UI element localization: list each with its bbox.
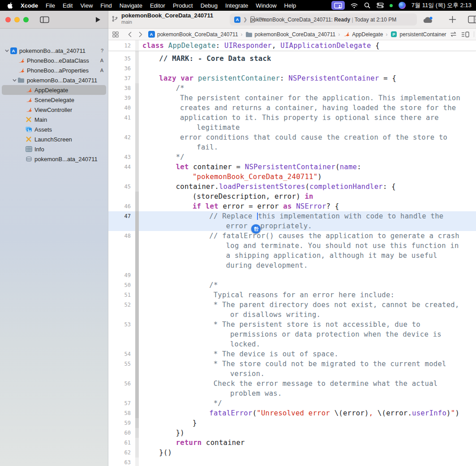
sidebar-item-phoneboo-edataclass[interactable]: PhoneBoo...eDataClassA [0,56,108,65]
code-line-50[interactable]: 50/* [108,280,476,290]
code-line-wrap[interactable]: fail. [108,142,476,152]
line-number[interactable] [108,339,134,349]
line-number[interactable]: 39 [108,93,134,103]
line-number[interactable] [108,192,134,201]
code-line-12[interactable]: class AppDelegate: UIResponder, UIApplic… [139,42,380,50]
menu-help[interactable]: Help [284,2,296,9]
app-scheme-icon[interactable]: A [234,17,240,23]
code-line-62[interactable]: 62}() [108,448,476,457]
line-number[interactable]: 54 [108,349,134,359]
menu-window[interactable]: Window [256,2,276,9]
line-number[interactable]: 42 [108,133,134,142]
sidebar-item-info[interactable]: Info [0,144,108,154]
disclosure-triangle-icon[interactable] [4,49,10,53]
code-line-42[interactable]: 42error conditions that could cause the … [108,133,476,142]
cloud-icon[interactable] [423,16,433,26]
menu-xcode[interactable]: Xcode [21,2,38,9]
line-number[interactable] [108,310,134,320]
menu-editor[interactable]: Editor [150,2,165,9]
code-line-wrap[interactable]: legitimate [108,123,476,133]
run-button[interactable] [94,16,102,23]
scheme-status-pill[interactable]: A ❯ iPho pokemonBook_CoreData_240711: Re… [230,13,417,26]
code-line-40[interactable]: 40creates and returns a container, havin… [108,103,476,113]
sidebar-item-scenedelegate[interactable]: SceneDelegate [0,95,108,105]
line-number[interactable] [108,251,134,261]
line-number[interactable] [108,241,134,251]
breadcrumb-item-pokemonbook-coredata-240711[interactable]: pokemonBook_CoreData_240711 [245,31,336,38]
breadcrumb-item-pokemonbook-coredata-240711[interactable]: ApokemonBook_CoreData_240711 [148,31,238,38]
sidebar-toggle-icon[interactable] [39,16,49,23]
sidebar-item-viewcontroller[interactable]: ViewController [0,105,108,115]
menu-integrate[interactable]: Integrate [225,2,248,9]
line-number[interactable]: 36 [108,64,134,73]
line-number[interactable] [108,123,134,133]
code-line-wrap[interactable]: "pokemonBook_CoreData_240711") [108,172,476,182]
line-number[interactable]: 38 [108,83,134,93]
line-number[interactable]: 55 [108,359,134,369]
code-line-45[interactable]: 45container.loadPersistentStores(complet… [108,182,476,192]
menu-edit[interactable]: Edit [63,2,73,9]
line-number[interactable]: 46 [108,201,134,211]
line-number[interactable]: 37 [108,73,134,83]
screen-mirroring-icon[interactable] [331,1,345,10]
code-line-58[interactable]: 58fatalError("Unresolved error \(error),… [108,408,476,418]
code-line-59[interactable]: 59} [108,418,476,428]
related-items-icon[interactable] [112,31,119,38]
sidebar-item-launchscreen[interactable]: LaunchScreen [0,134,108,144]
code-line-37[interactable]: 37lazy var persistentContainer: NSPersis… [108,73,476,83]
line-number[interactable] [108,369,134,379]
sticky-declaration-line[interactable]: 12 class AppDelegate: UIResponder, UIApp… [108,40,476,51]
line-number[interactable]: 61 [108,438,134,448]
sidebar-item-phoneboo-aproperties[interactable]: PhoneBoo...aPropertiesA [0,65,108,75]
menu-debug[interactable]: Debug [201,2,218,9]
line-number[interactable]: 44 [108,162,134,172]
code-line-46[interactable]: 46if let error = error as NSError? { [108,201,476,211]
code-line-52[interactable]: 52* The parent directory does not exist,… [108,300,476,310]
line-number[interactable]: 12 [108,43,134,49]
back-icon[interactable] [126,31,133,38]
line-number[interactable] [108,221,134,231]
line-number[interactable]: 47 [108,211,134,221]
line-number[interactable]: 35 [108,54,134,64]
code-line-41[interactable]: 41application to it. This property is op… [108,113,476,123]
line-number[interactable]: 43 [108,152,134,162]
code-line-57[interactable]: 57*/ [108,398,476,408]
line-number[interactable]: 48 [108,231,134,241]
zoom-window-button[interactable] [23,17,29,22]
line-number[interactable]: 41 [108,113,134,123]
code-line-56[interactable]: 56Check the error message to determine w… [108,379,476,389]
code-line-wrap[interactable]: version. [108,369,476,379]
swap-arrows-icon[interactable] [450,31,457,38]
line-number[interactable]: 51 [108,290,134,300]
code-line-39[interactable]: 39The persistent container for the appli… [108,93,476,103]
code-line-48[interactable]: 48// fatalError() causes the application… [108,231,476,241]
line-number[interactable]: 56 [108,379,134,389]
code-line-63[interactable]: 63 [108,457,476,466]
code-line-wrap[interactable]: problem was. [108,389,476,398]
menu-find[interactable]: Find [100,2,111,9]
line-number[interactable]: 50 [108,280,134,290]
code-line-44[interactable]: 44let container = NSPersistentContainer(… [108,162,476,172]
code-line-wrap[interactable]: a shipping application, although it may … [108,251,476,261]
line-number[interactable]: 62 [108,448,134,457]
editor-layout-icon[interactable] [468,16,476,25]
sidebar-item-appdelegate[interactable]: AppDelegate [0,85,108,95]
code-line-wrap[interactable]: during development. [108,261,476,270]
forward-icon[interactable] [137,31,144,38]
code-line-54[interactable]: 54* The device is out of space. [108,349,476,359]
line-number[interactable]: 63 [108,457,134,466]
run-destination[interactable]: iPho [257,17,271,23]
apple-icon[interactable] [6,2,13,9]
code-line-47[interactable]: 47// Replace this implementation with co… [108,211,476,221]
line-number[interactable]: 60 [108,428,134,438]
menu-view[interactable]: View [80,2,93,9]
code-line-36[interactable]: 36 [108,64,476,73]
breadcrumb-item-appdelegate[interactable]: AppDelegate [343,31,383,38]
code-line-49[interactable]: 49 [108,270,476,280]
code-line-wrap[interactable]: error 한propriately. [108,221,476,231]
breadcrumb-item-persistentcontainer[interactable]: PpersistentContainer [390,31,446,38]
line-number[interactable]: 57 [108,398,134,408]
sidebar-item-pokemonbo-data-240711[interactable]: pokemonBo...Data_240711 [0,75,108,85]
menu-navigate[interactable]: Navigate [120,2,142,9]
line-number[interactable] [108,389,134,398]
